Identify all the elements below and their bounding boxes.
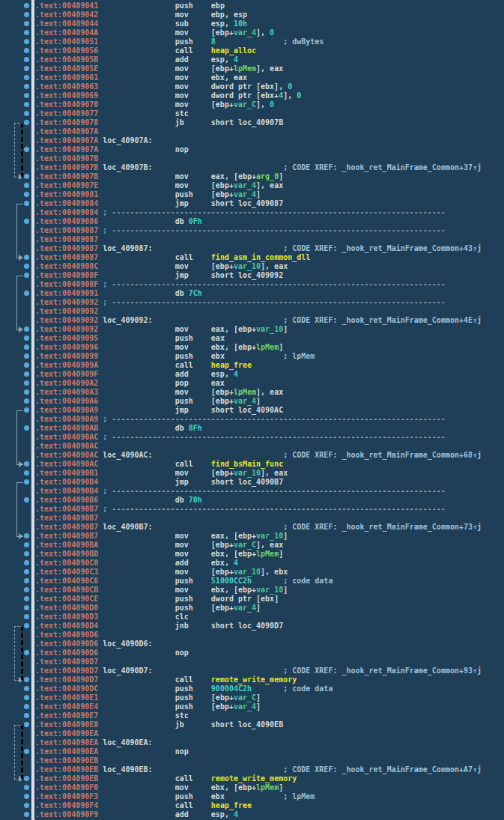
disasm-line[interactable]: .text:004090D4 jnb short loc_4090D7 bbox=[35, 622, 482, 631]
disasm-line[interactable]: .text:004090B6 db 70h bbox=[35, 496, 482, 505]
disasm-line[interactable]: .text:0040907A loc_40907A: bbox=[35, 136, 482, 145]
disasm-line[interactable]: .text:004090B4 ; -----------------------… bbox=[35, 487, 482, 496]
instruction-dot[interactable] bbox=[24, 174, 29, 179]
disasm-line[interactable]: .text:004090E7 stc bbox=[35, 711, 482, 720]
disasm-line[interactable]: .text:00409092 ; -----------------------… bbox=[35, 298, 482, 307]
disasm-line[interactable]: .text:00409051 push 8 ; dwBytes bbox=[35, 37, 482, 46]
disasm-line[interactable]: .text:004090D7 loc_4090D7: ; CODE XREF: … bbox=[35, 666, 482, 675]
disasm-line[interactable]: .text:0040909A call heap_free bbox=[35, 361, 482, 370]
disasm-line[interactable]: .text:0040907B loc_40907B: ; CODE XREF: … bbox=[35, 163, 482, 172]
disasm-line[interactable]: .text:004090A3 mov [ebp+lpMem], eax bbox=[35, 388, 482, 397]
disasm-line[interactable]: .text:004090D7 bbox=[35, 657, 482, 666]
disasm-line[interactable]: .text:004090B1 mov [ebp+var_10], eax bbox=[35, 469, 482, 478]
instruction-dot[interactable] bbox=[24, 192, 29, 197]
instruction-dot[interactable] bbox=[24, 362, 29, 368]
disasm-line[interactable]: .text:004090CB mov ebx, [ebp+var_10] bbox=[35, 586, 482, 595]
disasm-line[interactable]: .text:004090B7 mov eax, [ebp+var_10] bbox=[35, 532, 482, 541]
instruction-dot[interactable] bbox=[24, 3, 29, 8]
disasm-line[interactable]: .text:004090A9 jmp short loc_4090AC bbox=[35, 406, 482, 415]
disasm-line[interactable]: .text:004090EB bbox=[35, 756, 482, 765]
instruction-dot[interactable] bbox=[24, 201, 29, 206]
disasm-line[interactable]: .text:00409092 bbox=[35, 307, 482, 316]
instruction-dot[interactable] bbox=[24, 255, 29, 260]
instruction-dot[interactable] bbox=[24, 57, 29, 62]
instruction-dot[interactable] bbox=[24, 776, 29, 781]
instruction-dot[interactable] bbox=[24, 812, 29, 817]
disasm-line[interactable]: .text:0040907A bbox=[35, 127, 482, 136]
disasm-line[interactable]: .text:00409091 db 7Ch bbox=[35, 289, 482, 298]
instruction-dot[interactable] bbox=[24, 344, 29, 350]
instruction-dot[interactable] bbox=[24, 102, 29, 107]
disasm-line[interactable]: .text:00409069 mov dword ptr [ebx+4], 0 bbox=[35, 91, 482, 100]
disasm-line[interactable]: .text:0040907E mov [ebp+var_4], eax bbox=[35, 181, 482, 190]
instruction-dot[interactable] bbox=[24, 623, 29, 628]
instruction-dot[interactable] bbox=[24, 749, 29, 754]
disasm-line[interactable]: .text:00409084 jmp short loc_409087 bbox=[35, 199, 482, 208]
instruction-dot[interactable] bbox=[24, 470, 29, 476]
disasm-line[interactable]: .text:004090E8 jb short loc_4090EB bbox=[35, 720, 482, 729]
instruction-dot[interactable] bbox=[24, 12, 29, 17]
disasm-line[interactable]: .text:0040908F ; -----------------------… bbox=[35, 280, 482, 289]
disasm-line[interactable]: .text:004090F3 push ebx ; lpMem bbox=[35, 792, 482, 801]
instruction-dot[interactable] bbox=[24, 542, 29, 547]
instruction-dot[interactable] bbox=[24, 93, 29, 98]
instruction-dot[interactable] bbox=[24, 803, 29, 808]
disasm-line[interactable]: .text:00409044 sub esp, 10h bbox=[35, 19, 482, 28]
disasm-line[interactable]: .text:0040908C mov [ebp+var_10], eax bbox=[35, 262, 482, 271]
disasm-line[interactable]: .text:004090EA bbox=[35, 729, 482, 738]
disasm-line[interactable]: .text:004090A6 push [ebp+var_4] bbox=[35, 397, 482, 406]
instruction-dot[interactable] bbox=[24, 111, 29, 116]
disasm-line[interactable]: .text:00409087 ; -----------------------… bbox=[35, 226, 482, 235]
instruction-dot[interactable] bbox=[24, 704, 29, 709]
instruction-dot[interactable] bbox=[24, 371, 29, 377]
disasm-line[interactable]: .text:00409070 mov [ebp+var_C], 0 bbox=[35, 100, 482, 109]
instruction-dot[interactable] bbox=[24, 291, 29, 296]
instruction-dot[interactable] bbox=[24, 686, 29, 691]
disasm-line[interactable]: .text:004090EA loc_4090EA: bbox=[35, 738, 482, 747]
disasm-line[interactable]: .text:004090E4 push [ebp+var_4] bbox=[35, 702, 482, 711]
disasm-line[interactable]: .text:004090C3 mov [ebp+var_10], ebx bbox=[35, 568, 482, 577]
disasm-line[interactable]: .text:004090F4 call heap_free bbox=[35, 801, 482, 810]
instruction-dot[interactable] bbox=[24, 461, 29, 467]
instruction-dot[interactable] bbox=[24, 785, 29, 790]
instruction-dot[interactable] bbox=[24, 479, 29, 485]
instruction-dot[interactable] bbox=[24, 147, 29, 152]
disasm-line[interactable]: .text:00409092 loc_409092: ; CODE XREF: … bbox=[35, 316, 482, 325]
instruction-dot[interactable] bbox=[24, 335, 29, 341]
disasm-line[interactable]: .text:00409087 call find_asm_in_common_d… bbox=[35, 253, 482, 262]
instruction-dot[interactable] bbox=[24, 380, 29, 386]
disasm-line[interactable]: .text:00409078 jb short loc_40907B bbox=[35, 118, 482, 127]
instruction-dot[interactable] bbox=[24, 30, 29, 35]
disasm-line[interactable]: .text:004090B4 jmp short loc_4090B7 bbox=[35, 478, 482, 487]
disasm-line[interactable]: .text:004090AB db 8Fh bbox=[35, 424, 482, 433]
instruction-dot[interactable] bbox=[24, 183, 29, 188]
disasm-line[interactable]: .text:004090BA mov [ebp+var_C], eax bbox=[35, 541, 482, 550]
disasm-line[interactable]: .text:004090D0 push [ebp+var_4] bbox=[35, 604, 482, 613]
instruction-dot[interactable] bbox=[24, 569, 29, 574]
disasm-line[interactable]: .text:0040905B add esp, 4 bbox=[35, 55, 482, 64]
disasm-line[interactable]: .text:00409086 db 0Fh bbox=[35, 217, 482, 226]
disasm-line[interactable]: .text:00409099 push ebx ; lpMem bbox=[35, 352, 482, 361]
instruction-dot[interactable] bbox=[24, 407, 29, 413]
disasm-line[interactable]: .text:00409041 push ebp bbox=[35, 1, 482, 10]
disasm-line[interactable]: .text:004090AC call find_bsMain_func bbox=[35, 460, 482, 469]
disasm-line[interactable]: .text:004090B7 ; -----------------------… bbox=[35, 505, 482, 514]
disasm-line[interactable]: .text:004090F9 add esp, 4 bbox=[35, 810, 482, 819]
disasm-line[interactable]: .text:00409092 mov eax, [ebp+var_10] bbox=[35, 325, 482, 334]
instruction-dot[interactable] bbox=[24, 66, 29, 71]
disasm-line[interactable]: .text:00409061 mov ebx, eax bbox=[35, 73, 482, 82]
instruction-dot[interactable] bbox=[24, 614, 29, 619]
instruction-dot[interactable] bbox=[24, 84, 29, 89]
instruction-dot[interactable] bbox=[24, 389, 29, 395]
disasm-line[interactable]: .text:004090D6 loc_4090D6: bbox=[35, 640, 482, 649]
disasm-line[interactable]: .text:004090A2 pop eax bbox=[35, 379, 482, 388]
disasm-line[interactable]: .text:004090D7 call remote_write_memory bbox=[35, 675, 482, 684]
instruction-dot[interactable] bbox=[24, 398, 29, 404]
disasm-line[interactable]: .text:004090EB call remote_write_memory bbox=[35, 774, 482, 783]
disasm-line[interactable]: .text:004090D6 bbox=[35, 631, 482, 640]
disasm-line[interactable]: .text:00409063 mov dword ptr [ebx], 0 bbox=[35, 82, 482, 91]
instruction-dot[interactable] bbox=[24, 533, 29, 538]
disasm-line[interactable]: .text:00409042 mov ebp, esp bbox=[35, 10, 482, 19]
instruction-dot[interactable] bbox=[24, 425, 29, 431]
instruction-dot[interactable] bbox=[24, 219, 29, 224]
